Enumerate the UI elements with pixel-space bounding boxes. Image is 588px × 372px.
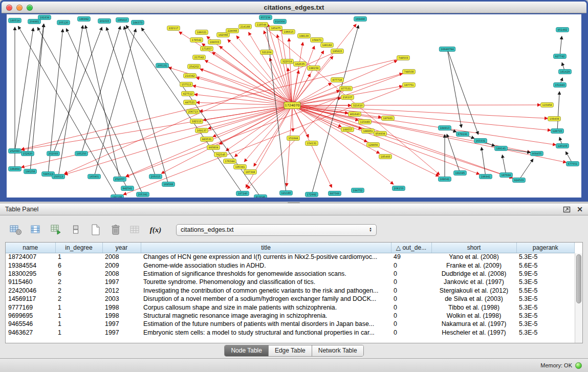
column-header-in_degree[interactable]: in_degree xyxy=(55,243,102,253)
graph-node[interactable]: 321610 xyxy=(352,103,364,108)
graph-node[interactable]: 252057 xyxy=(114,177,126,182)
graph-node[interactable]: 16648794 xyxy=(439,47,455,52)
graph-node[interactable]: 216107 xyxy=(341,95,354,100)
graph-edge[interactable] xyxy=(64,105,292,174)
graph-edge[interactable] xyxy=(200,105,292,111)
graph-node[interactable]: 447521 xyxy=(184,100,197,105)
table-row[interactable]: 2242004622012Investigating the contribut… xyxy=(6,287,575,295)
graph-node[interactable]: 322014 xyxy=(281,59,294,64)
graph-node[interactable]: 1724070 xyxy=(284,102,300,109)
graph-edge[interactable] xyxy=(141,28,260,197)
graph-edge[interactable] xyxy=(235,105,292,157)
graph-edge[interactable] xyxy=(21,105,292,167)
graph-node[interactable]: 205015 xyxy=(149,174,162,179)
graph-edge[interactable] xyxy=(560,36,562,56)
float-window-icon[interactable] xyxy=(563,206,571,213)
graph-node[interactable]: 204981 xyxy=(28,19,41,24)
graph-node[interactable]: 201015 xyxy=(98,19,111,24)
tab-network-table[interactable]: Network Table xyxy=(312,345,363,356)
graph-node[interactable]: 197931 xyxy=(382,116,395,121)
graph-node[interactable]: 146182 xyxy=(321,43,334,48)
graph-node[interactable]: 185250 xyxy=(75,151,88,156)
graph-node[interactable]: 189141 xyxy=(495,146,508,151)
graph-node[interactable]: 186992 xyxy=(78,17,91,21)
graph-node[interactable]: 427512 xyxy=(182,92,194,96)
graph-node[interactable]: 158471 xyxy=(311,38,323,42)
graph-node[interactable]: 128715 xyxy=(551,129,564,134)
graph-node[interactable]: 321204 xyxy=(260,50,273,55)
graph-node[interactable]: 108408 xyxy=(548,117,561,121)
graph-node[interactable]: 186864 xyxy=(9,167,21,171)
table-row[interactable]: 969969511998Structural magnetic resonanc… xyxy=(6,312,575,320)
graph-node[interactable]: 887566 xyxy=(329,191,341,196)
graph-edge[interactable] xyxy=(249,32,292,105)
graph-node[interactable]: 182113 xyxy=(190,119,203,124)
graph-edge[interactable] xyxy=(200,69,292,105)
column-header-title[interactable]: title xyxy=(141,243,391,253)
graph-node[interactable]: 191834 xyxy=(38,15,51,20)
graph-node[interactable]: 185493 xyxy=(379,155,392,159)
column-header-year[interactable]: year xyxy=(102,243,141,253)
graph-edge[interactable] xyxy=(236,36,292,105)
graph-node[interactable]: 176344 xyxy=(224,159,236,164)
column-header-short[interactable]: short xyxy=(431,243,516,253)
table-row[interactable]: 911546021997Tourette syndrome. Phenomeno… xyxy=(6,278,575,286)
graph-node[interactable]: 206153 xyxy=(393,186,405,191)
minimize-button[interactable] xyxy=(16,5,23,11)
graph-node[interactable]: 205391 xyxy=(137,192,149,197)
graph-node[interactable]: 151844 xyxy=(287,136,300,141)
network-window-titlebar[interactable]: citations_edges.txt xyxy=(2,2,586,13)
graph-node[interactable]: 877716 xyxy=(331,78,344,82)
graph-edge[interactable] xyxy=(207,36,292,105)
graph-node[interactable]: 206713 xyxy=(187,110,200,114)
graph-node[interactable]: 205131 xyxy=(156,63,169,68)
graph-edge[interactable] xyxy=(482,147,486,177)
table-row[interactable]: 1938455462009Genome-wide association stu… xyxy=(6,261,575,269)
graph-node[interactable]: 195810 xyxy=(116,18,129,23)
graph-node[interactable]: 184003 xyxy=(208,40,221,45)
graph-node[interactable]: 983531 xyxy=(201,137,213,142)
table-row[interactable]: 946554611997Estimation of the future num… xyxy=(6,320,575,328)
graph-node[interactable]: 172992 xyxy=(306,192,318,197)
graph-node[interactable]: 927742 xyxy=(554,54,567,59)
graph-node[interactable]: 748503 xyxy=(397,56,410,60)
graph-edge[interactable] xyxy=(205,60,292,105)
graph-node[interactable]: 169568 xyxy=(162,182,175,187)
graph-node[interactable]: 184373 xyxy=(132,20,144,25)
graph-edge[interactable] xyxy=(292,105,548,118)
graph-node[interactable]: 224066 xyxy=(226,29,239,33)
graph-node[interactable]: 129856 xyxy=(367,143,380,147)
graph-node[interactable]: 913046 xyxy=(254,195,267,198)
graph-edge[interactable] xyxy=(226,105,292,151)
tab-edge-table[interactable]: Edge Table xyxy=(269,345,312,356)
graph-node[interactable]: 162635 xyxy=(294,62,307,67)
graph-node[interactable]: 184913 xyxy=(439,126,451,130)
graph-node[interactable]: 169137 xyxy=(195,128,208,133)
tab-node-table[interactable]: Node Table xyxy=(225,345,269,356)
graph-node[interactable]: 154131 xyxy=(306,141,318,146)
graph-edge[interactable] xyxy=(267,24,286,193)
graph-edge[interactable] xyxy=(21,58,403,149)
memory-status-icon[interactable] xyxy=(575,362,582,369)
graph-node[interactable]: 194752 xyxy=(352,188,364,193)
graph-node[interactable]: 677551 xyxy=(567,162,579,166)
graph-node[interactable]: 198158 xyxy=(308,66,320,71)
graph-node[interactable]: 186021 xyxy=(195,30,208,35)
graph-edge[interactable] xyxy=(292,105,556,145)
close-button[interactable] xyxy=(6,5,12,11)
graph-edge[interactable] xyxy=(292,46,314,105)
graph-edge[interactable] xyxy=(292,105,293,132)
graph-node[interactable]: 165901 xyxy=(88,174,101,179)
table-row[interactable]: 1456911722003Disruption of a novel membe… xyxy=(6,295,575,303)
graph-node[interactable]: 180514 xyxy=(9,18,21,23)
graph-edge[interactable] xyxy=(37,27,127,188)
table-row[interactable]: 946362711997Embryonic stem cells: a mode… xyxy=(6,329,575,337)
graph-edge[interactable] xyxy=(502,155,506,175)
graph-edge[interactable] xyxy=(30,24,44,171)
graph-node[interactable]: 857234 xyxy=(259,15,272,20)
graph-edge[interactable] xyxy=(292,105,530,152)
graph-node[interactable]: 120103 xyxy=(556,144,569,148)
graph-node[interactable]: 168041 xyxy=(439,177,451,182)
import-table-icon[interactable] xyxy=(128,223,143,237)
graph-node[interactable]: 187240 xyxy=(236,191,249,196)
